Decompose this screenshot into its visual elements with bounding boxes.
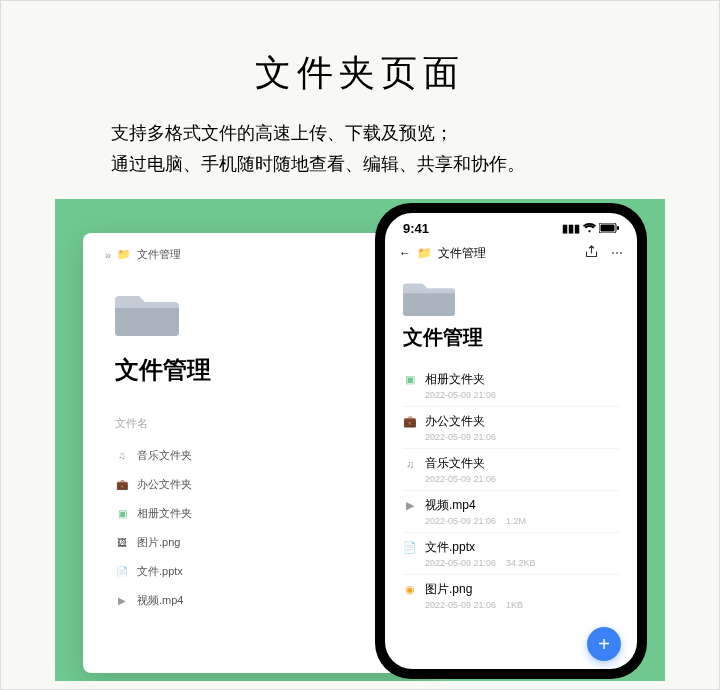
nav-title: 文件管理 [438, 245, 486, 262]
file-name: 文件.pptx [425, 539, 475, 556]
hero-line-2: 通过电脑、手机随时随地查看、编辑、共享和协作。 [111, 149, 609, 180]
file-name: 办公文件夹 [425, 413, 485, 430]
more-icon[interactable]: ⋯ [611, 246, 623, 260]
folder-icon: 📁 [117, 248, 131, 261]
phone-title: 文件管理 [403, 324, 619, 351]
file-date: 2022-05-09 21:06 [425, 516, 496, 526]
file-date: 2022-05-09 21:06 [425, 474, 496, 484]
battery-icon [599, 223, 619, 235]
list-item[interactable]: ▣相册文件夹 2022-05-09 21:06 [403, 365, 619, 406]
video-icon: ▶ [403, 499, 417, 513]
hero-subtitle: 支持多格式文件的高速上传、下载及预览； 通过电脑、手机随时随地查看、编辑、共享和… [1, 118, 719, 199]
file-name: 文件.pptx [137, 564, 183, 579]
phone-nav-bar: ← 📁 文件管理 ⋯ [385, 238, 637, 268]
album-icon: ▣ [115, 507, 129, 521]
music-icon: ♫ [403, 457, 417, 471]
signal-icon: ▮▮▮ [562, 222, 580, 235]
list-item[interactable]: 📄文件.pptx [115, 557, 411, 586]
briefcase-icon: 💼 [115, 478, 129, 492]
file-date: 2022-05-09 21:06 [425, 558, 496, 568]
desktop-file-list: ♫音乐文件夹 💼办公文件夹 ▣相册文件夹 🖼图片.png 📄文件.pptx ▶视… [115, 441, 411, 615]
list-item[interactable]: 🖼图片.png [115, 528, 411, 557]
file-size: 1KB [506, 600, 523, 610]
breadcrumb-label: 文件管理 [137, 247, 181, 262]
briefcase-icon: 💼 [403, 415, 417, 429]
file-date: 2022-05-09 21:06 [425, 390, 496, 400]
video-icon: ▶ [115, 594, 129, 608]
list-item[interactable]: ◉图片.png 2022-05-09 21:061KB [403, 574, 619, 616]
file-name: 音乐文件夹 [425, 455, 485, 472]
list-item[interactable]: ▣相册文件夹 [115, 499, 411, 528]
file-name: 音乐文件夹 [137, 448, 192, 463]
album-icon: ▣ [403, 373, 417, 387]
svg-rect-1 [601, 224, 615, 231]
image-icon: 🖼 [115, 536, 129, 550]
folder-large-icon [403, 278, 455, 318]
svg-rect-2 [617, 226, 619, 230]
column-header-name[interactable]: 文件名 [115, 416, 411, 431]
wifi-icon [583, 223, 596, 235]
desktop-title: 文件管理 [115, 354, 411, 386]
hero-title: 文件夹页面 [1, 1, 719, 118]
status-bar: 9:41 ▮▮▮ [385, 213, 637, 238]
plus-icon: + [598, 633, 610, 656]
file-name: 图片.png [137, 535, 180, 550]
folder-large-icon [115, 290, 179, 338]
phone-screen: 9:41 ▮▮▮ ← 📁 文件管理 [385, 213, 637, 669]
document-icon: 📄 [403, 541, 417, 555]
file-name: 相册文件夹 [425, 371, 485, 388]
file-date: 2022-05-09 21:06 [425, 600, 496, 610]
file-size: 1.2M [506, 516, 526, 526]
list-item[interactable]: ♫音乐文件夹 2022-05-09 21:06 [403, 448, 619, 490]
folder-icon: 📁 [417, 246, 432, 260]
list-item[interactable]: ▶视频.mp4 [115, 586, 411, 615]
desktop-breadcrumb[interactable]: » 📁 文件管理 [105, 247, 411, 262]
list-item[interactable]: 💼办公文件夹 2022-05-09 21:06 [403, 406, 619, 448]
phone-file-list: ▣相册文件夹 2022-05-09 21:06 💼办公文件夹 2022-05-0… [385, 365, 637, 616]
add-button[interactable]: + [587, 627, 621, 661]
music-icon: ♫ [115, 449, 129, 463]
list-item[interactable]: 📄文件.pptx 2022-05-09 21:0634.2KB [403, 532, 619, 574]
preview-canvas: » 📁 文件管理 文件管理 文件名 ♫音乐文件夹 💼办公文件夹 ▣相册文件夹 🖼… [55, 199, 665, 681]
file-size: 34.2KB [506, 558, 536, 568]
file-name: 办公文件夹 [137, 477, 192, 492]
share-icon[interactable] [584, 244, 599, 262]
list-item[interactable]: 💼办公文件夹 [115, 470, 411, 499]
phone-frame: 9:41 ▮▮▮ ← 📁 文件管理 [375, 203, 647, 679]
list-item[interactable]: ♫音乐文件夹 [115, 441, 411, 470]
chevron-icon: » [105, 249, 111, 261]
file-name: 相册文件夹 [137, 506, 192, 521]
hero-line-1: 支持多格式文件的高速上传、下载及预览； [111, 118, 609, 149]
file-name: 视频.mp4 [137, 593, 183, 608]
file-name: 图片.png [425, 581, 472, 598]
document-icon: 📄 [115, 565, 129, 579]
list-item[interactable]: ▶视频.mp4 2022-05-09 21:061.2M [403, 490, 619, 532]
image-icon: ◉ [403, 583, 417, 597]
file-name: 视频.mp4 [425, 497, 476, 514]
back-icon[interactable]: ← [399, 246, 411, 260]
file-date: 2022-05-09 21:06 [425, 432, 496, 442]
status-time: 9:41 [403, 221, 429, 236]
